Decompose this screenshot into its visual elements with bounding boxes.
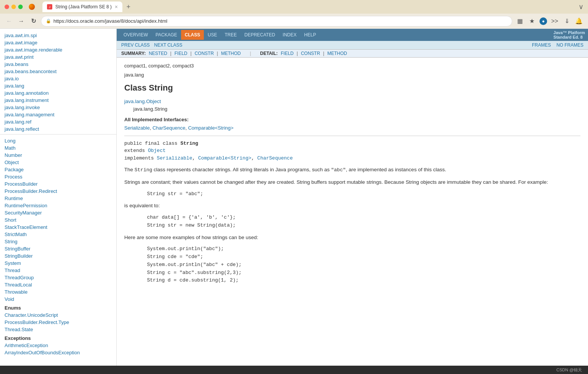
summary-field-link[interactable]: FIELD	[174, 51, 187, 56]
detail-constr-link[interactable]: CONSTR	[301, 51, 320, 56]
nav-index[interactable]: INDEX	[279, 30, 300, 40]
new-tab-button[interactable]: +	[124, 2, 133, 11]
summary-constr-link[interactable]: CONSTR	[195, 51, 214, 56]
sidebar-item-processbuilder[interactable]: ProcessBuilder	[0, 180, 116, 188]
charsequence-link[interactable]: CharSequence	[152, 125, 185, 131]
child-class-text: java.lang.String	[133, 105, 580, 113]
parent-class-link[interactable]: java.lang.Object	[124, 99, 161, 104]
breadcrumb-bar: PREV CLASS NEXT CLASS FRAMES NO FRAMES	[117, 41, 588, 50]
sidebar-item-character-unicodescript[interactable]: Character.UnicodeScript	[0, 311, 116, 319]
summary-nested-link[interactable]: NESTED	[149, 51, 167, 56]
breadcrumb-spacer	[151, 42, 152, 48]
sidebar-item-runtimepermission[interactable]: RuntimePermission	[0, 202, 116, 209]
sidebar-item-stringbuffer[interactable]: StringBuffer	[0, 245, 116, 252]
sidebar-item-java-awt-image[interactable]: java.awt.image	[0, 39, 116, 46]
sidebar-item-threadgroup[interactable]: ThreadGroup	[0, 274, 116, 281]
impl-charsequence-link[interactable]: CharSequence	[257, 155, 293, 161]
sidebar-item-processbuilder-redirect-type[interactable]: ProcessBuilder.Redirect.Type	[0, 319, 116, 326]
sidebar-item-string[interactable]: String	[0, 238, 116, 245]
detail-sep1: |	[297, 51, 298, 56]
package-info-line2: java.lang	[124, 71, 580, 79]
interfaces-label: All Implemented Interfaces:	[124, 116, 580, 124]
next-class-link[interactable]: NEXT CLASS	[154, 42, 182, 48]
summary-method-link[interactable]: METHOD	[221, 51, 241, 56]
extends-object-link[interactable]: Object	[148, 148, 166, 153]
sidebar-item-java-lang[interactable]: java.lang	[0, 82, 116, 89]
profile-icon[interactable]: ●	[540, 17, 547, 25]
sidebar-item-java-lang-management[interactable]: java.lang.management	[0, 111, 116, 118]
nav-tree[interactable]: TREE	[221, 30, 241, 40]
status-text: CSDN @锦天	[557, 367, 582, 373]
no-frames-link[interactable]: NO FRAMES	[557, 42, 583, 48]
detail-field-link[interactable]: FIELD	[281, 51, 294, 56]
sidebar-item-java-beans[interactable]: java.beans	[0, 61, 116, 68]
nav-class[interactable]: CLASS	[181, 30, 204, 40]
url-bar[interactable]: 🔒 https://docs.oracle.com/javase/8/docs/…	[41, 16, 512, 27]
sidebar-item-arithmeticexception[interactable]: ArithmeticException	[0, 342, 116, 349]
tab-bar: J String (Java Platform SE 8 ) × +	[42, 2, 575, 12]
detail-method-link[interactable]: METHOD	[327, 51, 347, 56]
sidebar-item-stringbuilder[interactable]: StringBuilder	[0, 252, 116, 260]
sidebar-item-java-lang-reflect[interactable]: java.lang.reflect	[0, 125, 116, 133]
sidebar-item-math[interactable]: Math	[0, 144, 116, 152]
prev-class-link[interactable]: PREV CLASS	[121, 42, 150, 48]
serializable-link[interactable]: Serializable	[124, 125, 150, 131]
sidebar-item-short[interactable]: Short	[0, 216, 116, 224]
exceptions-section-header: Exceptions	[0, 333, 116, 342]
frames-link[interactable]: FRAMES	[532, 42, 551, 48]
sidebar-item-java-awt-im-spi[interactable]: java.awt.im.spi	[0, 32, 116, 39]
sidebar-item-processbuilder-redirect[interactable]: ProcessBuilder.Redirect	[0, 188, 116, 195]
minimize-button[interactable]	[11, 5, 16, 9]
more-tools-icon[interactable]: >>	[550, 17, 559, 26]
refresh-button[interactable]: ↻	[29, 17, 38, 26]
sidebar-item-process[interactable]: Process	[0, 173, 116, 180]
impl-comparable-link[interactable]: Comparable<String>	[198, 155, 251, 161]
close-button[interactable]	[5, 5, 9, 9]
sidebar-item-package[interactable]: Package	[0, 166, 116, 173]
sidebar-item-java-io[interactable]: java.io	[0, 75, 116, 82]
sidebar-item-strictmath[interactable]: StrictMath	[0, 231, 116, 238]
sidebar-item-java-lang-invoke[interactable]: java.lang.invoke	[0, 104, 116, 111]
impl-serializable-link[interactable]: Serializable	[157, 155, 192, 161]
sidebar-item-runtime[interactable]: Runtime	[0, 195, 116, 202]
maximize-button[interactable]	[18, 5, 23, 9]
sidebar-item-securitymanager[interactable]: SecurityManager	[0, 209, 116, 216]
active-tab[interactable]: J String (Java Platform SE 8 ) ×	[42, 2, 122, 12]
sidebar-item-java-lang-ref[interactable]: java.lang.ref	[0, 118, 116, 125]
sidebar-item-arrayindexoutofboundsexception[interactable]: ArrayIndexOutOfBoundsException	[0, 349, 116, 356]
sidebar-item-java-awt-print[interactable]: java.awt.print	[0, 53, 116, 61]
nav-help[interactable]: HELP	[300, 30, 320, 40]
sidebar-item-threadlocal[interactable]: ThreadLocal	[0, 281, 116, 288]
tab-close-button[interactable]: ×	[115, 4, 118, 10]
class-title: Class String	[124, 81, 580, 94]
status-bar: CSDN @锦天	[0, 366, 588, 374]
sidebar-item-thread-state[interactable]: Thread.State	[0, 326, 116, 333]
nav-overview[interactable]: OVERVIEW	[120, 30, 152, 40]
nav-use[interactable]: USE	[204, 30, 221, 40]
sidebar-item-stacktraceelement[interactable]: StackTraceElement	[0, 224, 116, 231]
nav-right-icons: ▦ ★ ● >> ⇓ 🔔	[515, 17, 583, 26]
sidebar-item-java-lang-instrument[interactable]: java.lang.instrument	[0, 97, 116, 104]
nav-package[interactable]: PACKAGE	[152, 30, 181, 40]
nav-deprecated[interactable]: DEPRECATED	[241, 30, 279, 40]
forward-button[interactable]: →	[17, 17, 26, 26]
sidebar-item-java-lang-annotation[interactable]: java.lang.annotation	[0, 89, 116, 97]
sidebar-item-system[interactable]: System	[0, 260, 116, 267]
sidebar-item-throwable[interactable]: Throwable	[0, 288, 116, 296]
sidebar-item-void[interactable]: Void	[0, 296, 116, 303]
download-icon[interactable]: ⇓	[562, 17, 571, 26]
sidebar-item-java-awt-image-renderable[interactable]: java.awt.image.renderable	[0, 46, 116, 53]
sidebar-item-number[interactable]: Number	[0, 152, 116, 159]
extensions-icon[interactable]: ▦	[515, 17, 524, 26]
sidebar-item-java-beans-beancontext[interactable]: java.beans.beancontext	[0, 68, 116, 75]
sidebar-item-object[interactable]: Object	[0, 159, 116, 166]
description-para-1: The String class represents character st…	[124, 166, 580, 174]
comparable-link[interactable]: Comparable<String>	[188, 125, 233, 131]
sidebar-item-long[interactable]: Long	[0, 137, 116, 144]
summary-sep3: |	[217, 51, 218, 56]
notification-icon[interactable]: 🔔	[574, 17, 583, 26]
bookmark-icon[interactable]: ★	[527, 17, 536, 26]
browser-icon	[29, 4, 35, 10]
sidebar-item-thread[interactable]: Thread	[0, 267, 116, 274]
back-button[interactable]: ←	[5, 17, 14, 26]
